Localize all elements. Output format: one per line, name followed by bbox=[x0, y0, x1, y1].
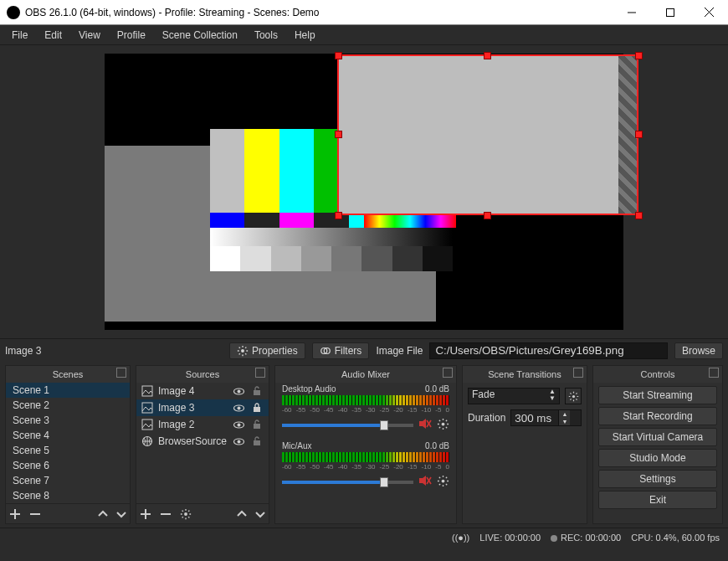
handle-br[interactable] bbox=[635, 212, 643, 219]
transition-settings-button[interactable] bbox=[565, 388, 582, 404]
menu-tools[interactable]: Tools bbox=[248, 28, 285, 43]
handle-tr[interactable] bbox=[635, 52, 643, 59]
scene-item[interactable]: Scene 8 bbox=[6, 488, 130, 503]
source-row[interactable]: Image 4 bbox=[136, 383, 269, 399]
channel-name: Mic/Aux bbox=[282, 441, 312, 450]
vu-meter bbox=[282, 395, 449, 405]
handle-tl[interactable] bbox=[335, 52, 342, 59]
remove-source-button[interactable] bbox=[160, 508, 172, 520]
duration-input[interactable] bbox=[511, 410, 558, 425]
image-icon bbox=[141, 385, 153, 397]
scene-item[interactable]: Scene 3 bbox=[6, 413, 130, 428]
close-button[interactable] bbox=[690, 0, 728, 25]
source-row[interactable]: BrowserSource bbox=[136, 433, 269, 450]
transition-select[interactable]: Fade ▲▼ bbox=[468, 388, 560, 404]
app-icon bbox=[7, 6, 20, 19]
mute-button[interactable] bbox=[418, 417, 432, 433]
svg-point-37 bbox=[442, 479, 445, 482]
lock-toggle[interactable] bbox=[250, 435, 264, 448]
lock-toggle[interactable] bbox=[250, 401, 264, 414]
meter-ticks: -60-55-50-45-40-35-30-25-20-15-10-50 bbox=[282, 406, 449, 414]
scenes-popout-icon[interactable] bbox=[116, 368, 126, 378]
status-bar: ((●)) LIVE: 00:00:00 REC: 00:00:00 CPU: … bbox=[0, 528, 728, 546]
svg-rect-21 bbox=[254, 424, 260, 429]
duration-down-button[interactable]: ▼ bbox=[558, 418, 570, 425]
svg-point-20 bbox=[237, 423, 240, 426]
svg-marker-30 bbox=[419, 419, 426, 429]
image-icon bbox=[141, 419, 153, 430]
source-down-button[interactable] bbox=[255, 509, 265, 519]
scenes-dock: Scenes Scene 1Scene 2Scene 3Scene 4Scene… bbox=[5, 365, 131, 524]
menu-scene-collection[interactable]: Scene Collection bbox=[156, 28, 244, 43]
filters-icon bbox=[320, 345, 331, 357]
svg-point-38 bbox=[572, 394, 574, 397]
start-virtual-camera-button[interactable]: Start Virtual Camera bbox=[598, 428, 717, 446]
menu-profile[interactable]: Profile bbox=[110, 28, 152, 43]
add-source-button[interactable] bbox=[140, 508, 151, 520]
handle-tm[interactable] bbox=[484, 52, 491, 59]
remove-scene-button[interactable] bbox=[29, 508, 41, 520]
visibility-toggle[interactable] bbox=[232, 418, 245, 431]
source-up-button[interactable] bbox=[237, 509, 247, 519]
scene-down-button[interactable] bbox=[116, 509, 126, 519]
mute-button[interactable] bbox=[418, 474, 432, 490]
handle-mr[interactable] bbox=[635, 131, 643, 138]
lock-toggle[interactable] bbox=[250, 418, 264, 431]
preview-canvas[interactable] bbox=[105, 54, 623, 330]
visibility-toggle[interactable] bbox=[232, 384, 245, 398]
scene-item[interactable]: Scene 2 bbox=[6, 398, 130, 413]
svg-point-29 bbox=[184, 512, 187, 516]
handle-ml[interactable] bbox=[335, 131, 342, 138]
scene-item[interactable]: Scene 4 bbox=[6, 428, 130, 443]
filters-button[interactable]: Filters bbox=[312, 342, 370, 359]
volume-slider[interactable] bbox=[282, 424, 413, 427]
properties-button[interactable]: Properties bbox=[229, 342, 305, 359]
transitions-popout-icon[interactable] bbox=[573, 368, 583, 378]
image-file-input[interactable] bbox=[429, 342, 668, 359]
mixer-popout-icon[interactable] bbox=[443, 368, 453, 378]
visibility-toggle[interactable] bbox=[232, 401, 245, 414]
maximize-button[interactable] bbox=[651, 0, 690, 25]
start-recording-button[interactable]: Start Recording bbox=[598, 407, 717, 425]
scene-up-button[interactable] bbox=[98, 509, 108, 519]
add-scene-button[interactable] bbox=[9, 508, 21, 520]
browse-button[interactable]: Browse bbox=[674, 342, 723, 359]
lock-toggle[interactable] bbox=[250, 384, 264, 398]
svg-rect-17 bbox=[254, 407, 260, 412]
menu-help[interactable]: Help bbox=[288, 28, 322, 43]
settings-button[interactable]: Settings bbox=[598, 470, 717, 488]
source-settings-button[interactable] bbox=[180, 508, 192, 520]
svg-point-24 bbox=[237, 440, 240, 443]
start-streaming-button[interactable]: Start Streaming bbox=[598, 386, 717, 404]
sources-dock: Sources Image 4Image 3Image 2BrowserSour… bbox=[136, 365, 269, 524]
sources-popout-icon[interactable] bbox=[255, 368, 265, 378]
scene-item[interactable]: Scene 5 bbox=[6, 443, 130, 458]
vu-meter bbox=[282, 452, 449, 462]
channel-settings-button[interactable] bbox=[437, 475, 449, 490]
scene-item[interactable]: Scene 1 bbox=[6, 383, 130, 398]
mixer-channel: Mic/Aux0.0 dB-60-55-50-45-40-35-30-25-20… bbox=[275, 440, 456, 497]
controls-popout-icon[interactable] bbox=[709, 368, 719, 378]
controls-header: Controls bbox=[593, 366, 722, 383]
menu-view[interactable]: View bbox=[72, 28, 107, 43]
gear-icon bbox=[237, 345, 249, 357]
sources-header: Sources bbox=[136, 366, 269, 383]
channel-settings-button[interactable] bbox=[437, 418, 449, 433]
visibility-toggle[interactable] bbox=[232, 435, 245, 448]
handle-bm[interactable] bbox=[484, 212, 491, 219]
duration-up-button[interactable]: ▲ bbox=[558, 410, 570, 418]
source-row[interactable]: Image 2 bbox=[136, 416, 269, 433]
handle-bl[interactable] bbox=[335, 212, 342, 219]
mixer-dock: Audio Mixer Desktop Audio0.0 dB-60-55-50… bbox=[274, 365, 457, 524]
studio-mode-button[interactable]: Studio Mode bbox=[598, 449, 717, 467]
volume-slider[interactable] bbox=[282, 481, 413, 484]
minimize-button[interactable] bbox=[613, 0, 651, 25]
scene-item[interactable]: Scene 6 bbox=[6, 458, 130, 473]
selection-outline[interactable] bbox=[337, 54, 638, 215]
menu-edit[interactable]: Edit bbox=[38, 28, 69, 43]
source-row[interactable]: Image 3 bbox=[136, 399, 269, 416]
menu-file[interactable]: File bbox=[5, 28, 34, 43]
scene-item[interactable]: Scene 7 bbox=[6, 473, 130, 488]
source-toolbar: Image 3 Properties Filters Image File Br… bbox=[0, 338, 728, 362]
exit-button[interactable]: Exit bbox=[598, 491, 717, 509]
